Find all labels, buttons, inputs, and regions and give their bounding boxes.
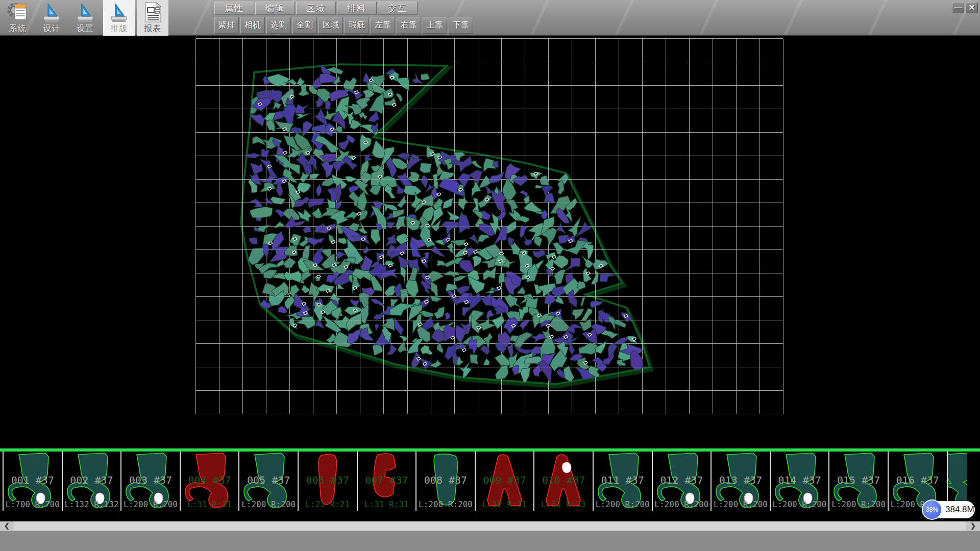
piece-lr-count-label: L:200 R:200	[653, 499, 711, 509]
performance-bubble[interactable]: 38% 384.8M	[923, 501, 975, 518]
piece-thumbnail[interactable]: 011_#37L:200 R:200	[593, 452, 652, 511]
close-button[interactable]: ✕	[966, 2, 978, 13]
piece-lr-count-label: L:200 R:200	[594, 499, 652, 509]
big-button-system[interactable]: 系统	[2, 0, 34, 36]
piece-lr-count-label: L:200 R:200	[829, 499, 888, 509]
big-button-settings[interactable]: 设置	[69, 0, 101, 36]
menu-tab-nesting[interactable]: 排料	[337, 2, 377, 15]
piece-lr-count-label: L:32 R:31	[476, 499, 534, 509]
gear-notebook-icon	[7, 1, 29, 23]
scroll-left-button[interactable]: ❮	[0, 521, 14, 531]
piece-thumbnail-strip: 001_#37L:700 R:700002_#37L:132 R:132003_…	[0, 452, 980, 511]
piece-id-label: 013_#37	[712, 474, 770, 486]
piece-thumbnail[interactable]: 008_#37L:200 R:200	[415, 452, 475, 511]
piece-lr-count-label: L:200 R:200	[712, 499, 770, 509]
set-square-icon	[74, 1, 96, 23]
tool-button-snap-down[interactable]: 下靠	[449, 17, 473, 34]
main-toolbar: 系统设计设置排版报表 属性编辑区域排料交互 聚排相机选割全割区域瑕疵左靠右靠上靠…	[0, 0, 980, 36]
piece-lr-count-label: L:700 R:700	[4, 499, 62, 509]
piece-thumbnail[interactable]: 007_#37L:31 R:31	[357, 452, 416, 511]
big-button-label: 报表	[144, 23, 161, 34]
minimize-button[interactable]: —	[952, 2, 964, 13]
window-controls: — ✕	[950, 2, 978, 13]
piece-thumbnail[interactable]: 005_#37L:200 R:200	[238, 452, 298, 511]
piece-id-label: 006_#37	[299, 474, 357, 486]
tool-button-cluster-nest[interactable]: 聚排	[214, 17, 239, 34]
piece-id-label: 011_#37	[594, 474, 652, 486]
piece-id-label: 007_#37	[358, 474, 416, 486]
piece-lr-count-label: L:21 R:21	[299, 499, 357, 509]
piece-id-label: 010_#37	[534, 474, 593, 486]
piece-thumbnail[interactable]: 015_#37L:200 R:200	[828, 452, 888, 511]
piece-id-label: 002_#37	[63, 474, 121, 486]
piece-lr-count-label: L:200 R:200	[416, 499, 475, 509]
nesting-canvas[interactable]	[0, 36, 980, 449]
piece-id-label: 014_#37	[771, 474, 829, 486]
tool-button-region[interactable]: 区域	[318, 17, 343, 34]
piece-thumbnail[interactable]: 006_#37L:21 R:21	[298, 452, 357, 511]
piece-lr-count-label: L:200 R:200	[239, 499, 298, 509]
horizontal-scrollbar[interactable]: ❮ ❯	[0, 521, 980, 531]
menu-tab-edit[interactable]: 编辑	[255, 2, 295, 15]
tool-button-select-cut[interactable]: 选割	[266, 17, 291, 34]
cpu-percent-badge: 38%	[922, 499, 942, 520]
piece-lr-count-label: L:33 R:33	[534, 499, 593, 509]
big-button-label: 系统	[9, 23, 27, 34]
piece-id-label: 001_#37	[4, 474, 62, 486]
tool-button-snap-left[interactable]: 左靠	[371, 17, 395, 34]
piece-thumbnail[interactable]: 014_#37L:200 R:200	[770, 452, 829, 511]
tool-buttons-row: 聚排相机选割全割区域瑕疵左靠右靠上靠下靠	[214, 17, 475, 34]
set-square-icon	[108, 1, 130, 23]
tool-button-cut-all[interactable]: 全割	[292, 17, 317, 34]
set-square-icon	[40, 1, 63, 23]
big-button-design[interactable]: 设计	[36, 0, 67, 36]
piece-id-label: 015_#37	[829, 474, 888, 486]
piece-id-label: 016_#37	[889, 474, 947, 486]
piece-id-label: 005_#37	[239, 474, 298, 486]
menu-tab-region[interactable]: 区域	[296, 2, 336, 15]
big-button-report[interactable]: 报表	[137, 0, 168, 36]
piece-id-label: 008_#37	[416, 474, 475, 486]
piece-lr-count-label: L:132 R:132	[63, 499, 121, 509]
piece-thumbnail[interactable]: 003_#37L:200 R:200	[120, 452, 180, 511]
piece-thumbnail[interactable]: 009_#37L:32 R:31	[475, 452, 534, 511]
piece-lr-count-label: L:200 R:200	[771, 499, 829, 509]
tool-button-snap-right[interactable]: 右靠	[397, 17, 421, 34]
tool-button-snap-up[interactable]: 上靠	[423, 17, 447, 34]
piece-lr-count-label: L:200 R:200	[121, 499, 180, 509]
hide-nesting-view	[0, 36, 980, 449]
piece-thumbnail[interactable]: 002_#37L:132 R:132	[62, 452, 121, 511]
report-document-icon	[141, 1, 164, 23]
big-button-label: 设置	[77, 23, 94, 34]
piece-thumbnail[interactable]: 004_#37L:31 R:31	[180, 452, 239, 511]
memory-usage-label: 384.8M	[945, 501, 974, 518]
big-button-label: 设计	[43, 23, 60, 34]
piece-id-label: 004_#37	[181, 474, 239, 486]
window-bottom-bar	[0, 531, 980, 551]
big-button-label: 排版	[110, 23, 128, 34]
piece-id-label: 009_#37	[476, 474, 534, 486]
main-mode-buttons: 系统设计设置排版报表	[2, 0, 170, 36]
app-window: 系统设计设置排版报表 属性编辑区域排料交互 聚排相机选割全割区域瑕疵左靠右靠上靠…	[0, 0, 980, 551]
menu-tab-properties[interactable]: 属性	[214, 2, 254, 15]
menu-area: 属性编辑区域排料交互 聚排相机选割全割区域瑕疵左靠右靠上靠下靠	[214, 0, 475, 34]
piece-lr-count-label: L:31 R:31	[181, 499, 239, 509]
piece-thumbnail[interactable]: 013_#37L:200 R:200	[710, 452, 770, 511]
tool-button-defect[interactable]: 瑕疵	[345, 17, 369, 34]
piece-thumbnail[interactable]: 001_#37L:700 R:700	[3, 452, 62, 511]
piece-thumbnail[interactable]: 010_#37L:33 R:33	[533, 452, 593, 511]
piece-id-label: 012_#37	[653, 474, 711, 486]
menu-tabs: 属性编辑区域排料交互	[214, 2, 475, 15]
piece-id-label: 003_#37	[121, 474, 180, 486]
tool-button-camera[interactable]: 相机	[240, 17, 265, 34]
big-button-layout[interactable]: 排版	[103, 0, 135, 36]
scroll-right-button[interactable]: ❯	[966, 521, 980, 531]
piece-lr-count-label: L:31 R:31	[358, 499, 416, 509]
piece-thumbnail[interactable]: 012_#37L:200 R:200	[652, 452, 711, 511]
menu-tab-interaction[interactable]: 交互	[378, 2, 418, 15]
